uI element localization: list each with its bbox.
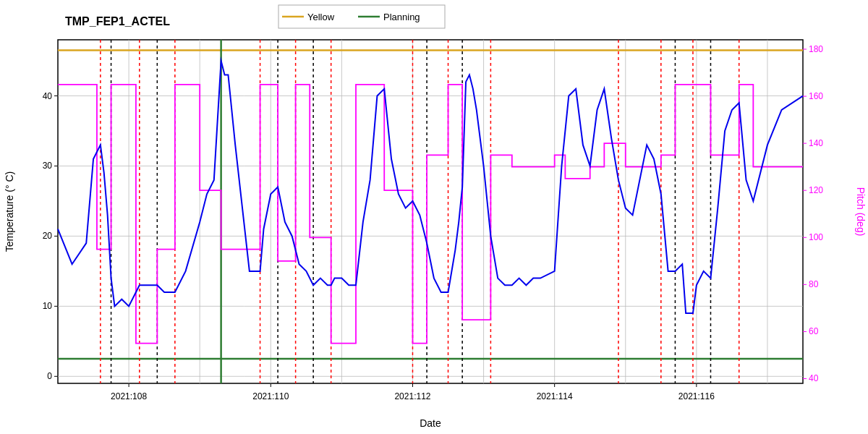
chart-container <box>0 0 868 434</box>
